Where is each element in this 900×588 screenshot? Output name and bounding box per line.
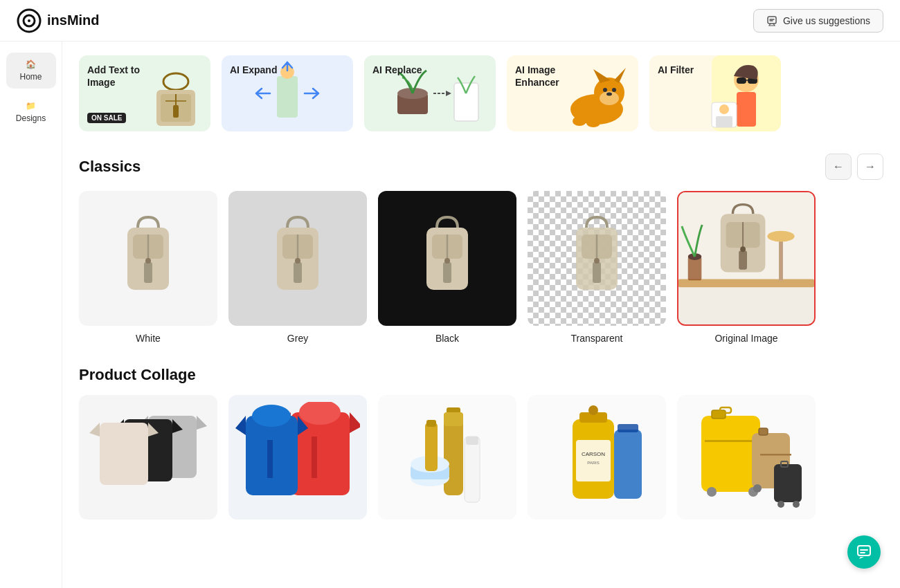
luggage-illustration [684,402,809,513]
classics-prev-button[interactable]: ← [825,154,852,180]
svg-rect-73 [267,440,273,478]
svg-point-48 [444,258,450,264]
feature-ai-enhancer-label: AI Image Enhancer [515,64,584,89]
classic-white[interactable]: White [79,191,217,344]
svg-rect-9 [173,105,179,118]
collage-apparel[interactable] [79,395,217,520]
svg-rect-37 [144,262,152,283]
classic-transparent-label: Transparent [571,333,623,344]
svg-rect-64 [739,250,747,269]
svg-rect-94 [712,410,726,419]
jackets-illustration [235,402,360,513]
svg-point-22 [606,93,612,96]
classics-section-header: Classics ← → [79,154,883,180]
svg-rect-78 [465,437,480,502]
svg-rect-93 [701,416,760,492]
svg-point-38 [145,258,151,264]
classic-black[interactable]: Black [378,191,516,344]
suggest-icon [766,15,777,26]
feature-add-text-badge: ON SALE [87,113,126,123]
cosmetics-illustration [385,402,510,513]
svg-point-2 [28,19,30,22]
collage-jackets[interactable] [228,395,367,520]
svg-point-105 [777,501,784,508]
classic-transparent[interactable]: Transparent [528,191,666,344]
svg-rect-104 [774,464,802,502]
svg-point-87 [588,405,598,415]
chat-icon [856,544,872,560]
svg-point-4 [163,73,188,90]
feature-ai-filter-label: AI Filter [658,64,694,76]
svg-point-97 [707,487,717,497]
svg-point-32 [719,104,729,114]
svg-point-43 [295,258,300,264]
svg-rect-33 [716,116,732,127]
product-collage-header: Product Collage [79,366,883,384]
svg-rect-108 [858,546,870,555]
features-strip: Add Text to Image ON SALE AI Expan [79,55,883,137]
svg-rect-92 [618,424,638,432]
feature-ai-replace[interactable]: AI Replace [364,55,496,131]
collage-luggage[interactable] [677,395,816,520]
logo-icon [17,8,42,33]
svg-rect-79 [466,437,478,445]
svg-point-23 [573,116,586,126]
svg-text:PARIS: PARIS [587,461,600,465]
svg-rect-16 [454,83,478,121]
backpack-white [107,210,190,307]
svg-rect-42 [294,262,302,283]
classic-grey-label: Grey [287,333,308,344]
sidebar-item-designs[interactable]: 📁 Designs [6,94,56,130]
backpack-grey [256,210,339,307]
product-collage-row: CARSON PARIS [79,395,883,520]
classic-white-label: White [136,333,161,344]
collage-cosmetics[interactable] [378,395,516,520]
svg-rect-83 [425,423,438,471]
classic-original[interactable]: Original Image [677,191,816,344]
svg-marker-15 [446,91,451,96]
suggest-button[interactable]: Give us suggestions [753,9,883,33]
classics-row: White Grey [79,191,883,344]
svg-point-60 [767,231,794,242]
perfume-illustration: CARSON PARIS [534,402,659,513]
product-collage-title: Product Collage [79,366,196,384]
classics-next-button[interactable]: → [857,154,883,180]
home-icon: 🏠 [26,59,36,69]
classic-grey[interactable]: Grey [228,191,367,344]
svg-rect-68 [100,423,148,485]
logo[interactable]: insMind [17,8,100,33]
main-content: Add Text to Image ON SALE AI Expan [62,42,900,588]
sidebar: 🏠 Home 📁 Designs [0,42,62,588]
feature-ai-expand-label: AI Expand [230,64,277,76]
backpack-black [406,210,489,307]
svg-rect-10 [277,76,298,118]
feature-ai-expand[interactable]: AI Expand [222,55,353,131]
classic-black-label: Black [435,333,459,344]
svg-rect-3 [768,17,776,24]
classics-nav: ← → [825,154,883,180]
feature-ai-enhancer[interactable]: AI Image Enhancer [507,55,638,131]
main-layout: 🏠 Home 📁 Designs Add Text to Image ON SA… [0,42,900,588]
original-image-illustration [678,191,814,326]
svg-rect-91 [614,430,642,499]
feature-add-text[interactable]: Add Text to Image ON SALE [79,55,210,131]
svg-rect-47 [443,262,451,283]
svg-point-20 [603,88,607,92]
svg-point-24 [586,119,600,127]
svg-rect-77 [444,412,463,426]
backpack-transparent [555,210,638,307]
collage-perfume[interactable]: CARSON PARIS [528,395,666,520]
feature-ai-filter[interactable]: AI Filter [649,55,781,131]
svg-rect-96 [705,440,757,442]
designs-icon: 📁 [26,101,36,111]
svg-rect-100 [759,428,768,435]
svg-point-53 [594,258,600,264]
sidebar-item-home[interactable]: 🏠 Home [6,53,56,89]
classics-title: Classics [79,158,141,176]
svg-rect-27 [737,77,746,84]
chat-button[interactable] [847,535,881,569]
classic-original-label: Original Image [714,333,777,344]
svg-point-74 [252,405,291,427]
svg-rect-70 [312,437,317,478]
svg-rect-57 [688,257,702,280]
